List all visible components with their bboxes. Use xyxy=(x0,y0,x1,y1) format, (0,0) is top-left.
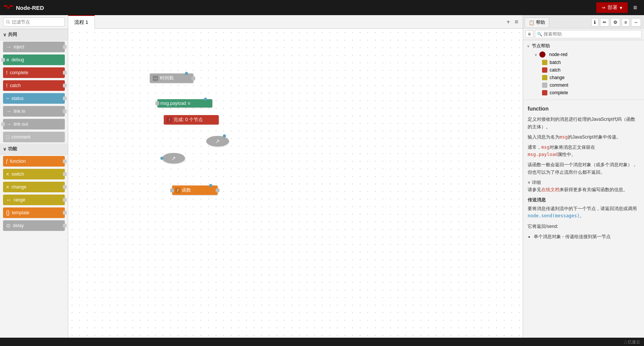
help-detail-link[interactable]: 在线文档 xyxy=(541,187,559,192)
right-panel-tabs: 📋 帮助 ℹ ✏ ⚙ ≡ ↔ xyxy=(523,15,644,28)
complete-label: complete xyxy=(10,70,62,75)
menu-button[interactable]: ≡ xyxy=(630,2,640,13)
inject-dot xyxy=(185,72,188,75)
sidebar-group-common[interactable]: ∨ 共同 xyxy=(0,29,68,41)
canvas-node-debug[interactable]: msg.payload ≡ xyxy=(157,99,212,108)
canvas[interactable]: → 时间戳 msg.payload ≡ ! 完成: 0 个节点 ↗ xyxy=(68,29,523,338)
function-node-label: function xyxy=(10,159,62,164)
right-panel-content: ≡ 🔍 ∨ 节点帮助 ∨ node-red xyxy=(523,28,644,338)
sidebar-node-function[interactable]: f function xyxy=(3,156,65,167)
tab-icon-info[interactable]: ℹ xyxy=(591,18,599,26)
help-send-section: 传送消息 要将消息传递到流中的下一个节点，请返回消息或调用node.send(m… xyxy=(528,196,639,240)
delay-port xyxy=(63,224,67,228)
canvas-node-function[interactable]: f 函数 xyxy=(172,185,218,195)
tab-icon-list[interactable]: ≡ xyxy=(622,18,630,26)
sidebar-node-debug[interactable]: ≡ debug xyxy=(3,55,65,65)
help-list-btn[interactable]: ≡ xyxy=(525,30,533,38)
statusbar-text: △亿速云 xyxy=(624,339,640,345)
inject-icon: → xyxy=(6,44,11,50)
canvas-node-complete[interactable]: ! 完成: 0 个节点 xyxy=(164,115,219,125)
tab-icon-config[interactable]: ⚙ xyxy=(611,18,620,26)
help-body: function 定义对接收到的消息进行处理的JavaScript代码（函数的主… xyxy=(523,101,644,245)
sidebar-node-delay[interactable]: ⊙ delay xyxy=(3,220,65,231)
linkout-label: link out xyxy=(14,122,62,127)
template-icon: {} xyxy=(6,210,9,216)
canvas-tab-label: 流程 1 xyxy=(74,19,88,26)
help-code-send: node.send(messages) xyxy=(528,213,580,218)
help-title: function xyxy=(528,104,639,113)
help-search-wrapper: 🔍 xyxy=(535,30,642,38)
delay-label: delay xyxy=(13,223,62,228)
tree-child-change[interactable]: change xyxy=(538,74,644,81)
canvas-node-link1[interactable]: ↗ xyxy=(206,136,229,147)
tab-icon-edit[interactable]: ✏ xyxy=(600,18,609,26)
inject-node-icon: → xyxy=(153,76,158,81)
function-node-label: 函数 xyxy=(182,187,191,193)
main-layout: ∨ 共同 → inject ≡ debug ! complete ! catch… xyxy=(0,15,644,338)
tree-item-nodered[interactable]: ∨ node-red xyxy=(531,50,644,59)
sidebar-node-comment[interactable]: □ comment xyxy=(3,132,65,142)
label-complete: complete xyxy=(550,90,568,95)
switch-label: switch xyxy=(11,171,62,177)
sidebar-node-complete[interactable]: ! complete xyxy=(3,67,65,78)
template-port xyxy=(63,211,67,215)
deploy-button[interactable]: ⇒ 部署 ▾ xyxy=(596,2,628,13)
canvas-tabs: 流程 1 + ≡ xyxy=(68,15,523,29)
delay-icon: ⊙ xyxy=(6,223,11,229)
help-divider xyxy=(523,100,644,100)
sidebar-node-switch[interactable]: × switch xyxy=(3,169,65,179)
sidebar-node-status[interactable]: ~ status xyxy=(3,93,65,104)
tree-child-complete[interactable]: complete xyxy=(538,89,644,97)
tab-icon-expand[interactable]: ↔ xyxy=(631,18,641,26)
tree-item-nodebang[interactable]: ∨ 节点帮助 xyxy=(523,42,644,50)
function-left-port xyxy=(170,189,174,192)
sidebar-node-catch[interactable]: ! catch xyxy=(3,80,65,91)
help-code-msg2: msg xyxy=(541,145,550,150)
sidebar-search-container xyxy=(0,15,68,29)
linkout-port xyxy=(1,122,5,126)
label-comment: comment xyxy=(550,83,568,88)
function-dot xyxy=(209,184,212,187)
sidebar-node-linkout[interactable]: → link out xyxy=(3,119,65,129)
badge-batch xyxy=(542,60,547,65)
help-toolbar: ≡ 🔍 xyxy=(523,28,644,40)
add-flow-button[interactable]: + xyxy=(505,17,511,27)
help-detail-para: 请参见在线文档来获得更多有关编写函数的信息。 xyxy=(528,186,639,193)
help-send-return: 它将返回/send: xyxy=(528,223,639,230)
linkout-icon: → xyxy=(6,121,11,127)
sidebar-node-change[interactable]: × change xyxy=(3,182,65,192)
topbar-right: ⇒ 部署 ▾ ≡ xyxy=(596,2,640,13)
canvas-node-link2[interactable]: ↗ xyxy=(162,153,185,164)
inject-right-port xyxy=(191,76,195,80)
help-search-input[interactable] xyxy=(535,30,642,38)
help-para2: 输入消息为名为msg的JavaScript对象中传递。 xyxy=(528,134,639,141)
common-chevron: ∨ xyxy=(3,32,6,37)
logo-text: Node-RED xyxy=(16,5,44,11)
tree-child-comment[interactable]: comment xyxy=(538,81,644,89)
logo: Node-RED xyxy=(4,3,44,12)
function-group-label: 功能 xyxy=(8,146,17,152)
tree-child-batch[interactable]: batch xyxy=(538,59,644,66)
sidebar-node-template[interactable]: {} template xyxy=(3,207,65,218)
sidebar-group-function[interactable]: ∨ 功能 xyxy=(0,143,68,155)
sidebar-filter-input[interactable] xyxy=(3,17,65,26)
flow-list-button[interactable]: ≡ xyxy=(513,17,520,27)
sidebar-node-inject[interactable]: → inject xyxy=(3,42,65,52)
tree-child-catch[interactable]: catch xyxy=(538,66,644,74)
deploy-label: 部署 xyxy=(608,4,617,11)
canvas-node-inject[interactable]: → 时间戳 xyxy=(150,73,193,83)
right-tab-help[interactable]: 📋 帮助 xyxy=(525,17,549,27)
common-label: 共同 xyxy=(8,31,17,38)
help-send-list: 单个消息对象 - 传递给连接到第一节点 xyxy=(528,233,639,240)
sidebar-node-range[interactable]: ↔ range xyxy=(3,195,65,205)
deploy-icon: ⇒ xyxy=(602,5,605,10)
change-port xyxy=(63,185,67,189)
sidebar-node-linkin[interactable]: → link in xyxy=(3,106,65,117)
help-detail-header[interactable]: ∨ 详细 xyxy=(528,179,639,186)
catch-icon: ! xyxy=(6,83,8,89)
debug-icon: ≡ xyxy=(6,57,9,63)
canvas-tab-flow1[interactable]: 流程 1 xyxy=(68,15,95,29)
help-tree: ∨ 节点帮助 ∨ node-red batch xyxy=(523,40,644,98)
tree-chevron-nodered: ∨ xyxy=(534,53,537,57)
debug-left-port xyxy=(155,101,159,105)
